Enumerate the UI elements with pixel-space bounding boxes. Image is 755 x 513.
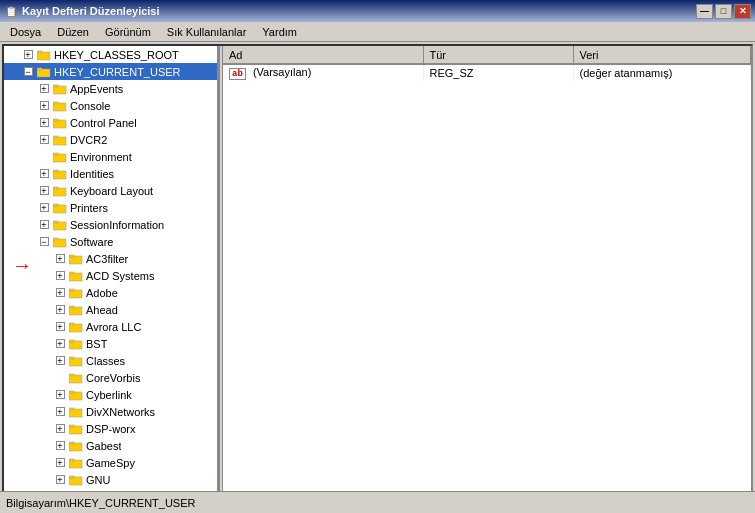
svg-rect-41: [69, 391, 74, 393]
svg-rect-37: [69, 357, 74, 359]
tree-panel[interactable]: → + HKEY_CLASSES_ROOT −: [4, 46, 219, 491]
menu-dosya[interactable]: Dosya: [2, 24, 49, 40]
label-gamespy: GameSpy: [84, 457, 135, 469]
tree-node-ac3filter[interactable]: + AC3filter: [36, 250, 217, 267]
svg-rect-3: [37, 68, 42, 70]
tree-node-console[interactable]: + Console: [20, 97, 217, 114]
menu-gorunum[interactable]: Görünüm: [97, 24, 159, 40]
expander-software[interactable]: −: [36, 233, 52, 250]
folder-icon-identities: [52, 166, 68, 182]
app-icon: 📋: [4, 4, 18, 18]
svg-rect-23: [53, 238, 58, 240]
folder-icon-dspworx: [68, 421, 84, 437]
label-appevents: AppEvents: [68, 83, 123, 95]
tree-node-avrora[interactable]: + Avrora LLC: [36, 318, 217, 335]
expander-ac3filter[interactable]: +: [52, 250, 68, 267]
expander-classes[interactable]: +: [52, 352, 68, 369]
tree-node-dvcr2[interactable]: + DVCR2: [20, 131, 217, 148]
cell-veri: (değer atanmamış): [573, 64, 751, 81]
tree-node-divxnetworks[interactable]: + DivXNetworks: [36, 403, 217, 420]
tree-node-software[interactable]: − Software: [20, 233, 217, 250]
tree-node-keyboardlayout[interactable]: + Keyboard Layout: [20, 182, 217, 199]
svg-rect-5: [53, 85, 58, 87]
tree-node-cyberlink[interactable]: + Cyberlink: [36, 386, 217, 403]
folder-icon-adobe: [68, 285, 84, 301]
svg-rect-27: [69, 272, 74, 274]
expander-acdsystems[interactable]: +: [52, 267, 68, 284]
label-dvcr2: DVCR2: [68, 134, 107, 146]
label-printers: Printers: [68, 202, 108, 214]
expander-adobe[interactable]: +: [52, 284, 68, 301]
tree-node-corevorbis[interactable]: CoreVorbis: [36, 369, 217, 386]
folder-icon-classes: [68, 353, 84, 369]
expander-avrora[interactable]: +: [52, 318, 68, 335]
menu-yardim[interactable]: Yardım: [254, 24, 305, 40]
expander-dvcr2[interactable]: +: [36, 131, 52, 148]
cell-ad: ab (Varsayılan): [223, 64, 423, 81]
expander-appevents[interactable]: +: [36, 80, 52, 97]
svg-rect-45: [69, 425, 74, 427]
tree-node-adobe[interactable]: + Adobe: [36, 284, 217, 301]
svg-rect-11: [53, 136, 58, 138]
expander-hkcu[interactable]: −: [20, 63, 36, 80]
label-ahead: Ahead: [84, 304, 118, 316]
tree-node-ahead[interactable]: + Ahead: [36, 301, 217, 318]
tree-node-hkcr[interactable]: + HKEY_CLASSES_ROOT: [4, 46, 217, 63]
col-header-ad[interactable]: Ad: [223, 46, 423, 64]
title-bar: 📋 Kayıt Defteri Düzenleyicisi — □ ✕: [0, 0, 755, 22]
folder-icon-bst: [68, 336, 84, 352]
svg-rect-43: [69, 408, 74, 410]
expander-controlpanel[interactable]: +: [36, 114, 52, 131]
svg-rect-39: [69, 374, 74, 376]
tree-node-hkcu[interactable]: − HKEY_CURRENT_USER: [4, 63, 217, 80]
tree-node-gnu[interactable]: + GNU: [36, 471, 217, 488]
tree-node-gabest[interactable]: + Gabest: [36, 437, 217, 454]
label-divxnetworks: DivXNetworks: [84, 406, 155, 418]
expander-keyboardlayout[interactable]: +: [36, 182, 52, 199]
close-button[interactable]: ✕: [734, 4, 751, 19]
expander-hkcr[interactable]: +: [20, 46, 36, 63]
svg-rect-33: [69, 323, 74, 325]
expander-divxnetworks[interactable]: +: [52, 403, 68, 420]
ab-icon: ab: [229, 68, 246, 80]
expander-console[interactable]: +: [36, 97, 52, 114]
svg-rect-29: [69, 289, 74, 291]
expander-sessioninfo[interactable]: +: [36, 216, 52, 233]
tree-node-gamespy[interactable]: + GameSpy: [36, 454, 217, 471]
folder-icon-avrora: [68, 319, 84, 335]
status-text: Bilgisayarım\HKEY_CURRENT_USER: [6, 497, 196, 509]
minimize-button[interactable]: —: [696, 4, 713, 19]
folder-icon-environment: [52, 149, 68, 165]
label-sessioninfo: SessionInformation: [68, 219, 164, 231]
maximize-button[interactable]: □: [715, 4, 732, 19]
tree-node-dspworx[interactable]: + DSP-worx: [36, 420, 217, 437]
svg-rect-9: [53, 119, 58, 121]
label-cyberlink: Cyberlink: [84, 389, 132, 401]
expander-gabest[interactable]: +: [52, 437, 68, 454]
col-header-tur[interactable]: Tür: [423, 46, 573, 64]
menu-duzen[interactable]: Düzen: [49, 24, 97, 40]
expander-dspworx[interactable]: +: [52, 420, 68, 437]
expander-gnu[interactable]: +: [52, 471, 68, 488]
table-row[interactable]: ab (Varsayılan) REG_SZ (değer atanmamış): [223, 64, 751, 81]
tree-node-sessioninfo[interactable]: + SessionInformation: [20, 216, 217, 233]
tree-node-printers[interactable]: + Printers: [20, 199, 217, 216]
folder-icon-controlpanel: [52, 115, 68, 131]
expander-cyberlink[interactable]: +: [52, 386, 68, 403]
tree-node-bst[interactable]: + BST: [36, 335, 217, 352]
expander-ahead[interactable]: +: [52, 301, 68, 318]
expander-printers[interactable]: +: [36, 199, 52, 216]
menu-sik[interactable]: Sık Kullanılanlar: [159, 24, 255, 40]
tree-node-environment[interactable]: Environment: [20, 148, 217, 165]
expander-bst[interactable]: +: [52, 335, 68, 352]
folder-icon-hkcu: [36, 64, 52, 80]
tree-node-identities[interactable]: + Identities: [20, 165, 217, 182]
tree-node-classes[interactable]: + Classes: [36, 352, 217, 369]
tree-node-appevents[interactable]: + AppEvents: [20, 80, 217, 97]
expander-identities[interactable]: +: [36, 165, 52, 182]
expander-gamespy[interactable]: +: [52, 454, 68, 471]
col-header-veri[interactable]: Veri: [573, 46, 751, 64]
tree-node-controlpanel[interactable]: + Control Panel: [20, 114, 217, 131]
label-software: Software: [68, 236, 113, 248]
tree-node-acdsystems[interactable]: + ACD Systems: [36, 267, 217, 284]
